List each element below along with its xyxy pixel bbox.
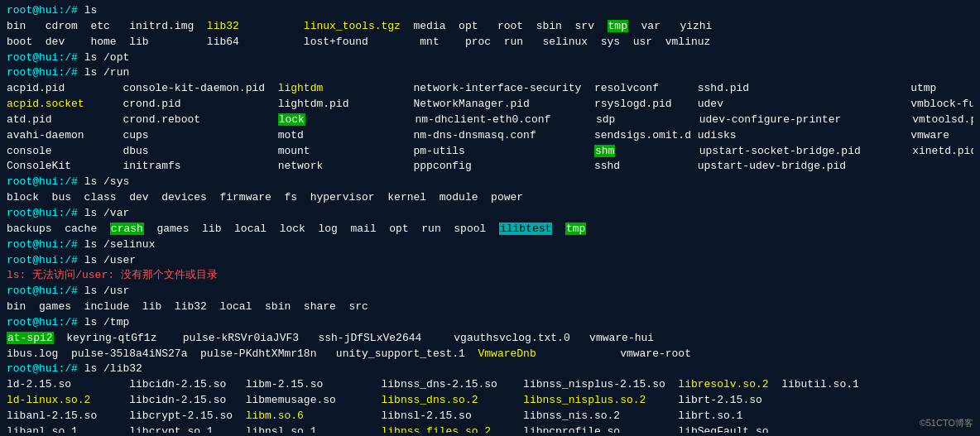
line-10: console dbus mount pm-utils shm upstart-… (7, 144, 973, 160)
line-23: ibus.log pulse-35l8a4iNS27a pulse-PKdhtX… (7, 347, 973, 362)
line-28: libanl.so.1 libcrypt.so.1 libnsl.so.1 li… (7, 424, 973, 433)
line-14: root@hui:/# ls /var (7, 206, 973, 222)
line-8: atd.pid crond.reboot lock nm-dhclient-et… (7, 113, 973, 128)
line-20: bin games include lib lib32 local sbin s… (7, 299, 973, 315)
line-22: at-spi2 keyring-qtGf1z pulse-kRSVr0iaJVF… (7, 331, 973, 347)
line-11: ConsoleKit initramfs network pppconfig s… (7, 159, 973, 175)
line-26: ld-linux.so.2 libcidn-2.15.so libmemusag… (7, 393, 973, 409)
line-16: root@hui:/# ls /selinux (7, 237, 973, 253)
line-5: root@hui:/# ls /run (7, 65, 973, 81)
line-12: root@hui:/# ls /sys (7, 175, 973, 190)
line-2: bin cdrom etc initrd.img lib32 linux_too… (7, 19, 973, 35)
line-6: acpid.pid console-kit-daemon.pid lightdm… (7, 81, 973, 97)
line-1: root@hui:/# ls (7, 3, 973, 19)
line-4: root@hui:/# ls /opt (7, 50, 973, 66)
watermark-text: ©51CTO博客 (920, 417, 973, 429)
line-7: acpid.socket crond.pid lightdm.pid Netwo… (7, 97, 973, 113)
line-3: boot dev home lib lib64 lost+found mnt p… (7, 35, 973, 50)
terminal-window: root@hui:/# ls bin cdrom etc initrd.img … (7, 3, 973, 433)
line-13: block bus class dev devices firmware fs … (7, 190, 973, 206)
line-9: avahi-daemon cups motd nm-dns-dnsmasq.co… (7, 128, 973, 144)
line-27: libanl-2.15.so libcrypt-2.15.so libm.so.… (7, 409, 973, 424)
line-15: backups cache crash games lib local lock… (7, 222, 973, 237)
line-24: root@hui:/# ls /lib32 (7, 362, 973, 377)
line-19: root@hui:/# ls /usr (7, 284, 973, 299)
line-21: root@hui:/# ls /tmp (7, 315, 973, 331)
line-17: root@hui:/# ls /user (7, 253, 973, 269)
line-25: ld-2.15.so libcidn-2.15.so libm-2.15.so … (7, 377, 973, 393)
line-18: ls: 无法访问/user: 没有那个文件或目录 (7, 268, 973, 284)
